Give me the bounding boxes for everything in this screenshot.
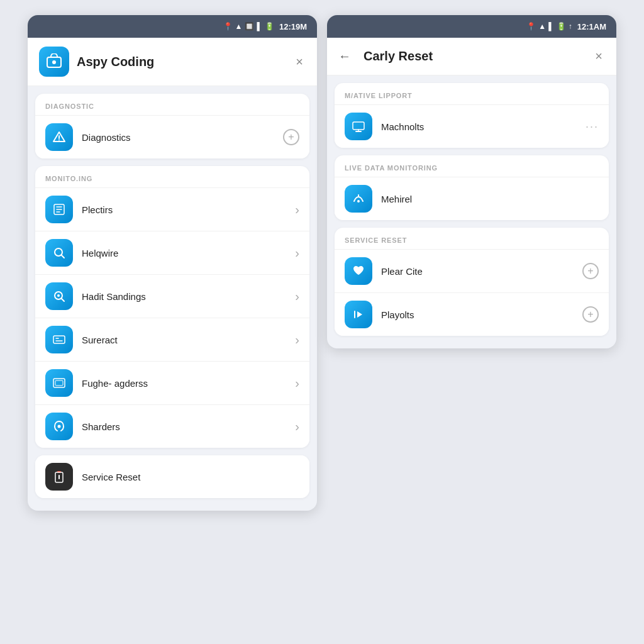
screen-aspy-coding: 📍 ▲ 🔲 ▌ 🔋 12:19M Aspy Coding × — [28, 15, 317, 511]
time-display-2: 12:1AM — [577, 22, 606, 31]
native-support-label: M/ATIVE LIPPORT — [335, 83, 609, 104]
status-icons-2: 📍 ▲ ▌ 🔋 ↑ — [526, 22, 572, 31]
live-data-section: LIVE DATA MONITORING Mehirel — [335, 155, 609, 220]
svg-rect-13 — [53, 336, 65, 343]
service-reset-icon — [45, 463, 73, 491]
battery-icon: 🔋 — [265, 22, 274, 31]
diagnostic-section: DIAGNOSTIC Diagnostics + — [35, 94, 309, 158]
machnolts-icon — [345, 113, 372, 140]
fughe-agderss-label: Fughe- agderss — [82, 378, 286, 389]
fughe-agderss-icon — [45, 369, 73, 397]
hadit-chevron — [295, 289, 299, 304]
sureract-chevron — [295, 333, 299, 347]
svg-line-12 — [62, 299, 64, 301]
close-button-1[interactable]: × — [293, 52, 306, 72]
mehirel-label: Mehirel — [381, 194, 599, 204]
helqwire-icon — [45, 239, 73, 267]
app-content-2: M/ATIVE LIPPORT Machnolts ··· LIVE DATA — [327, 75, 616, 348]
close-button-2[interactable]: × — [592, 47, 605, 66]
diagnostics-label: Diagnostics — [82, 132, 274, 143]
diagnostics-icon — [45, 123, 73, 151]
svg-marker-27 — [357, 311, 362, 318]
plectirs-icon — [45, 196, 73, 223]
app-content-1: DIAGNOSTIC Diagnostics + MONITO.ING — [28, 86, 317, 511]
svg-point-18 — [58, 425, 61, 428]
machnolts-item[interactable]: Machnolts ··· — [335, 104, 609, 148]
machnolts-label: Machnolts — [381, 121, 577, 132]
wifi-icon: ▲ — [235, 22, 243, 31]
plectirs-chevron — [295, 203, 299, 217]
diagnostics-item[interactable]: Diagnostics + — [35, 115, 309, 158]
app-header-2: ← Carly Reset × — [327, 38, 616, 75]
service-reset-section-1: Service Reset — [35, 455, 309, 498]
service-reset-item[interactable]: Service Reset — [35, 455, 309, 498]
playolts-item[interactable]: Playolts + — [335, 292, 609, 336]
sharders-item[interactable]: Sharders — [35, 404, 309, 448]
hadit-sandings-label: Hadit Sandings — [82, 291, 286, 302]
helqwire-item[interactable]: Helqwire — [35, 231, 309, 274]
signal-icon-2: ▌ — [548, 22, 554, 31]
back-button[interactable]: ← — [338, 47, 356, 66]
location-icon: 📍 — [223, 22, 233, 31]
sureract-icon — [45, 326, 73, 353]
sharders-label: Sharders — [82, 421, 286, 432]
plectirs-item[interactable]: Plectirs — [35, 187, 309, 231]
hadit-sandings-icon — [45, 282, 73, 310]
playolts-label: Playolts — [381, 309, 574, 320]
svg-point-11 — [57, 294, 60, 297]
upload-icon-2: ↑ — [569, 22, 572, 31]
monitoring-label: MONITO.ING — [35, 166, 309, 187]
screen-carly-reset: 📍 ▲ ▌ 🔋 ↑ 12:1AM ← Carly Reset × M/ATIVE… — [327, 15, 616, 348]
status-bar-2: 📍 ▲ ▌ 🔋 ↑ 12:1AM — [327, 15, 616, 38]
playolts-icon — [345, 301, 372, 328]
sharders-icon — [45, 413, 73, 440]
sureract-label: Sureract — [82, 335, 286, 345]
svg-line-9 — [62, 255, 64, 258]
mehirel-item[interactable]: Mehirel — [335, 177, 609, 220]
fughe-agderss-item[interactable]: Fughe- agderss — [35, 361, 309, 404]
svg-rect-22 — [353, 122, 364, 130]
status-icons-1: 📍 ▲ 🔲 ▌ 🔋 — [223, 22, 274, 31]
service-reset-label: Service Reset — [82, 472, 299, 482]
plear-cite-item[interactable]: Plear Cite + — [335, 249, 609, 292]
helqwire-label: Helqwire — [82, 248, 286, 258]
helqwire-chevron — [295, 246, 299, 260]
battery-icon-2: 🔋 — [557, 22, 566, 31]
time-display-1: 12:19M — [279, 22, 307, 31]
live-data-label: LIVE DATA MONITORING — [335, 155, 609, 177]
monitoring-section: MONITO.ING Plectirs — [35, 166, 309, 448]
diagnostics-action[interactable]: + — [283, 129, 299, 145]
plectirs-label: Plectirs — [82, 204, 286, 215]
location-icon-2: 📍 — [526, 22, 536, 31]
svg-rect-17 — [55, 380, 63, 386]
status-bar-1: 📍 ▲ 🔲 ▌ 🔋 12:19M — [28, 15, 317, 38]
plear-cite-label: Plear Cite — [381, 266, 574, 277]
service-reset-label-2: SERVICE RESET — [335, 228, 609, 249]
signal-icon: ▌ — [257, 22, 262, 31]
app-title-2: Carly Reset — [364, 49, 585, 64]
svg-point-3 — [58, 140, 60, 141]
app-title-1: Aspy Coding — [77, 55, 286, 69]
diagnostic-label: DIAGNOSTIC — [35, 94, 309, 115]
service-reset-section-2: SERVICE RESET Plear Cite + — [335, 228, 609, 336]
svg-point-1 — [52, 60, 56, 64]
app-container: 📍 ▲ 🔲 ▌ 🔋 12:19M Aspy Coding × — [0, 0, 644, 644]
native-support-section: M/ATIVE LIPPORT Machnolts ··· — [335, 83, 609, 148]
machnolts-dots[interactable]: ··· — [586, 120, 599, 133]
app-logo-icon — [39, 47, 69, 77]
fughe-chevron — [295, 376, 299, 391]
playolts-action[interactable]: + — [582, 306, 599, 323]
app-header-1: Aspy Coding × — [28, 38, 317, 86]
svg-point-8 — [55, 248, 62, 256]
mehirel-icon — [345, 185, 372, 213]
sim-icon: 🔲 — [245, 22, 254, 31]
plear-cite-icon — [345, 257, 372, 285]
sureract-item[interactable]: Sureract — [35, 318, 309, 361]
wifi-icon-2: ▲ — [538, 22, 546, 31]
sharders-chevron — [295, 419, 299, 434]
hadit-sandings-item[interactable]: Hadit Sandings — [35, 274, 309, 318]
plear-cite-action[interactable]: + — [582, 263, 599, 279]
svg-point-26 — [357, 200, 360, 203]
